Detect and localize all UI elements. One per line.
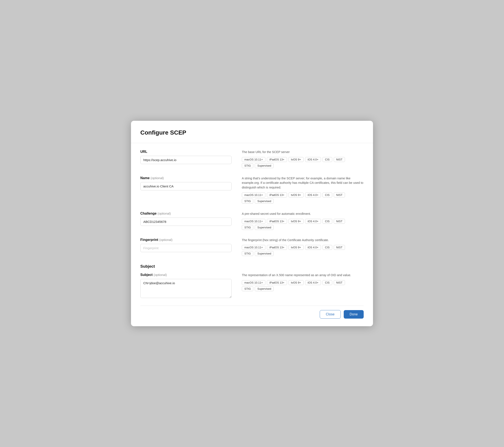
tag: Supervised xyxy=(255,163,274,168)
fingerprint-field-left: Fingerprint (optional) xyxy=(140,238,232,252)
name-input[interactable] xyxy=(140,182,232,190)
tag: macOS 10.11+ xyxy=(242,280,265,285)
subject-field-right: The representation of an X.500 name repr… xyxy=(242,273,364,292)
tag: STIG xyxy=(242,251,253,256)
tag: STIG xyxy=(242,286,253,291)
tag: NIST xyxy=(334,157,345,162)
tag: Supervised xyxy=(255,286,274,291)
tag: Supervised xyxy=(255,251,274,256)
url-description: The base URL for the SCEP server xyxy=(242,150,364,155)
url-field-row: URL The base URL for the SCEP server mac… xyxy=(140,150,364,169)
url-field-right: The base URL for the SCEP server macOS 1… xyxy=(242,150,364,169)
tag: iOS 4.0+ xyxy=(305,280,321,285)
top-divider xyxy=(131,143,373,143)
modal-title: Configure SCEP xyxy=(140,129,364,136)
fingerprint-description: The fingerprint (hex string) of the Cert… xyxy=(242,238,364,243)
tag: CIS xyxy=(323,280,332,285)
subject-section: Subject Subject (optional) CN=jdoe@accuh… xyxy=(140,264,364,299)
challenge-field-right: A pre-shared secret used for automatic e… xyxy=(242,212,364,231)
fingerprint-field-row: Fingerprint (optional) The fingerprint (… xyxy=(140,238,364,257)
fingerprint-field-right: The fingerprint (hex string) of the Cert… xyxy=(242,238,364,257)
tag: tvOS 9+ xyxy=(288,193,304,197)
tag: iOS 4.0+ xyxy=(305,193,321,197)
tag: tvOS 9+ xyxy=(288,219,304,224)
name-field-row: Name (optional) A string that's understo… xyxy=(140,176,364,205)
tag: NIST xyxy=(334,245,345,250)
subject-description: The representation of an X.500 name repr… xyxy=(242,273,364,278)
subject-fields-container: Subject (optional) CN=jdoe@accuhive.io T… xyxy=(140,273,364,299)
subject-section-heading: Subject xyxy=(140,264,364,269)
subject-label: Subject (optional) xyxy=(140,273,232,277)
tag: CIS xyxy=(323,193,332,197)
tag: macOS 10.11+ xyxy=(242,157,265,162)
tag: iOS 4.0+ xyxy=(305,245,321,250)
tag: iOS 4.0+ xyxy=(305,219,321,224)
tag: STIG xyxy=(242,163,253,168)
name-field-left: Name (optional) xyxy=(140,176,232,190)
tag: CIS xyxy=(323,219,332,224)
fields-container: URL The base URL for the SCEP server mac… xyxy=(140,150,364,257)
tag: iPadOS 13+ xyxy=(267,193,287,197)
tag: STIG xyxy=(242,199,253,204)
tag: iPadOS 13+ xyxy=(267,280,287,285)
fingerprint-label: Fingerprint (optional) xyxy=(140,238,232,242)
tag: tvOS 9+ xyxy=(288,245,304,250)
url-field-left: URL xyxy=(140,150,232,164)
tag: macOS 10.11+ xyxy=(242,245,265,250)
tag: CIS xyxy=(323,245,332,250)
close-button[interactable]: Close xyxy=(320,310,341,319)
tag: CIS xyxy=(323,157,332,162)
subject-input[interactable]: CN=jdoe@accuhive.io xyxy=(140,279,232,298)
name-label: Name (optional) xyxy=(140,176,232,180)
challenge-input[interactable] xyxy=(140,217,232,226)
tag: STIG xyxy=(242,225,253,230)
tag: macOS 10.11+ xyxy=(242,219,265,224)
tag: tvOS 9+ xyxy=(288,157,304,162)
url-label: URL xyxy=(140,150,232,154)
tag: iPadOS 13+ xyxy=(267,245,287,250)
tag: tvOS 9+ xyxy=(288,280,304,285)
challenge-field-row: Challenge (optional) A pre-shared secret… xyxy=(140,212,364,231)
tag: NIST xyxy=(334,193,345,197)
tag: macOS 10.11+ xyxy=(242,193,265,197)
name-field-right: A string that's understood by the SCEP s… xyxy=(242,176,364,205)
tag: Supervised xyxy=(255,199,274,204)
challenge-label: Challenge (optional) xyxy=(140,212,232,215)
done-button[interactable]: Done xyxy=(344,310,364,319)
tag: iPadOS 13+ xyxy=(267,219,287,224)
subject-field-row: Subject (optional) CN=jdoe@accuhive.io T… xyxy=(140,273,364,299)
footer: Close Done xyxy=(140,306,364,319)
challenge-field-left: Challenge (optional) xyxy=(140,212,232,226)
configure-scep-modal: Configure SCEP URL The base URL for the … xyxy=(131,121,373,326)
tag: iPadOS 13+ xyxy=(267,157,287,162)
url-input[interactable] xyxy=(140,156,232,164)
subject-field-left: Subject (optional) CN=jdoe@accuhive.io xyxy=(140,273,232,299)
name-description: A string that's understood by the SCEP s… xyxy=(242,176,364,190)
challenge-description: A pre-shared secret used for automatic e… xyxy=(242,212,364,216)
tag: iOS 4.0+ xyxy=(305,157,321,162)
tag: NIST xyxy=(334,219,345,224)
tag: Supervised xyxy=(255,225,274,230)
tag: NIST xyxy=(334,280,345,285)
fingerprint-input[interactable] xyxy=(140,244,232,252)
